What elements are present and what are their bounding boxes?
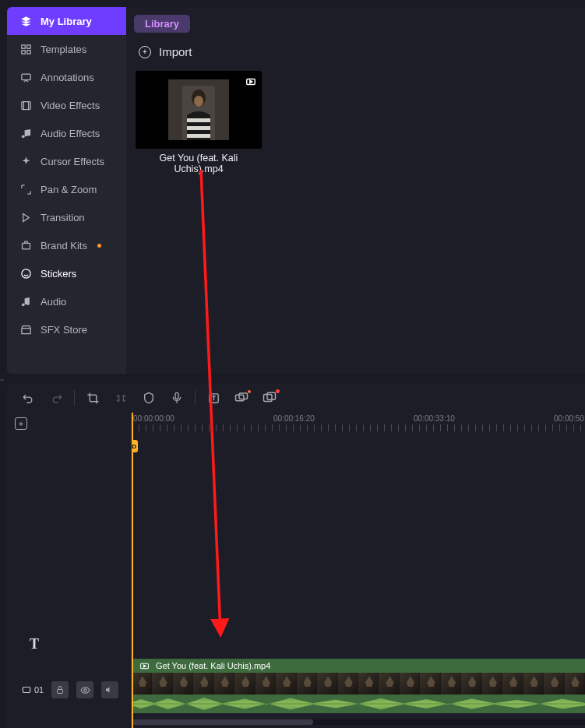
ruler-marks [132,424,585,431]
playhead-handle[interactable]: 3D [132,440,138,452]
undo-button[interactable] [21,391,35,405]
comment-icon [19,71,32,83]
clip-name: Get You (feat. Kali Uchis).mp4 [156,661,270,670]
film-icon [19,99,32,111]
svg-point-13 [194,96,203,107]
smiley-icon [19,267,32,280]
track-header-panel: + T 01 [7,413,132,728]
lock-track-button[interactable] [51,681,69,698]
sidebar-item-transition[interactable]: Transition [7,203,126,231]
svg-rect-16 [187,134,210,138]
sidebar-label: Stickers [41,268,76,280]
thumbnail-image [168,79,229,140]
panzoom-icon [19,183,32,195]
sidebar: My Library Templates Annotations Video E… [7,7,126,374]
playhead[interactable]: 3D [132,413,133,728]
transition-icon [19,211,32,223]
sidebar-label: Audio Effects [41,128,100,139]
scrollbar-thumb[interactable] [132,719,313,725]
redo-button[interactable] [49,391,63,405]
sidebar-item-cursor-effects[interactable]: Cursor Effects [7,147,126,175]
mute-track-button[interactable] [101,681,118,698]
time-ruler[interactable]: 00:00:00:00 00:00:16:20 00:00:33:10 00:0… [132,413,585,431]
sidebar-item-templates[interactable]: Templates [7,35,126,63]
ruler-tick: 00:00:00:00 [133,414,174,423]
timeline-tracks[interactable]: 00:00:00:00 00:00:16:20 00:00:33:10 00:0… [132,413,585,728]
tab-library[interactable]: Library [134,15,190,33]
sidebar-item-my-library[interactable]: My Library [7,7,126,35]
clip-header[interactable]: Get You (feat. Kali Uchis).mp4 [132,659,585,673]
music-icon [19,295,32,308]
timeline: + T 01 00:00:00:00 0 [7,383,585,728]
sidebar-item-annotations[interactable]: Annotations [7,63,126,91]
sidebar-label: Cursor Effects [41,156,104,167]
svg-rect-4 [21,74,30,80]
separator [74,390,75,406]
svg-rect-5 [21,101,30,109]
svg-point-10 [26,302,30,305]
sidebar-label: Brand Kits [41,240,87,251]
ruler-tick: 00:00:50:0 [554,414,585,423]
tab-bar: Library [126,7,585,33]
sidebar-label: Pan & Zoom [41,184,97,195]
svg-rect-14 [187,118,210,122]
layers-icon [19,15,32,27]
media-filename: Get You (feat. Kali Uchis).mp4 [136,149,262,174]
svg-point-26 [84,688,86,691]
briefcase-icon [19,239,32,251]
import-label: Import [159,45,192,58]
media-thumbnail[interactable] [136,71,262,149]
shield-button[interactable] [142,391,156,405]
clip-video-track[interactable] [132,673,585,695]
sidebar-label: Transition [41,212,85,223]
resize-handle[interactable]: ═ [0,377,3,382]
svg-rect-18 [175,392,178,399]
split-button[interactable] [114,391,128,405]
screen-record-button[interactable] [263,391,277,405]
library-panel: Library + Import [126,7,585,374]
import-button[interactable]: + Import [126,33,585,71]
ruler-tick: 00:00:16:20 [273,414,315,423]
clip-audio-track[interactable] [132,695,585,713]
grid-icon [19,43,32,55]
timeline-toolbar [7,383,585,413]
svg-rect-15 [187,126,210,130]
svg-rect-7 [22,243,30,249]
sidebar-item-audio[interactable]: Audio [7,287,126,315]
store-icon [19,323,32,336]
sidebar-item-video-effects[interactable]: Video Effects [7,91,126,119]
sidebar-item-stickers[interactable]: Stickers [7,259,126,287]
video-badge-icon [245,76,256,87]
mic-button[interactable] [170,391,184,405]
crop-button[interactable] [86,391,100,405]
sidebar-label: Templates [41,44,86,55]
sparkle-icon [19,155,32,167]
plus-circle-icon: + [139,46,151,58]
notification-dot-icon [248,390,251,393]
sidebar-item-audio-effects[interactable]: Audio Effects [7,119,126,147]
svg-point-6 [21,135,24,138]
svg-rect-0 [21,44,24,47]
horizontal-scrollbar[interactable] [132,719,585,725]
sidebar-label: SFX Store [41,324,87,336]
svg-point-8 [21,269,30,277]
video-icon [139,661,150,671]
record-dot-icon [276,389,280,393]
sidebar-item-brand-kits[interactable]: Brand Kits [7,231,126,259]
add-track-button[interactable]: + [15,417,27,430]
sidebar-item-pan-zoom[interactable]: Pan & Zoom [7,175,126,203]
captions-button[interactable] [234,391,248,405]
svg-rect-2 [21,50,24,53]
new-dot-icon [97,244,101,248]
separator [195,390,196,406]
sidebar-item-sfx-store[interactable]: SFX Store [7,315,126,343]
text-track-icon[interactable]: T [30,636,45,652]
sidebar-label: Annotations [41,72,94,83]
svg-rect-25 [58,690,63,694]
note-icon [19,127,32,139]
svg-rect-1 [26,44,30,47]
svg-rect-3 [26,50,30,53]
text-button[interactable] [206,391,220,405]
sidebar-label: Video Effects [41,100,100,111]
visibility-track-button[interactable] [76,681,93,698]
